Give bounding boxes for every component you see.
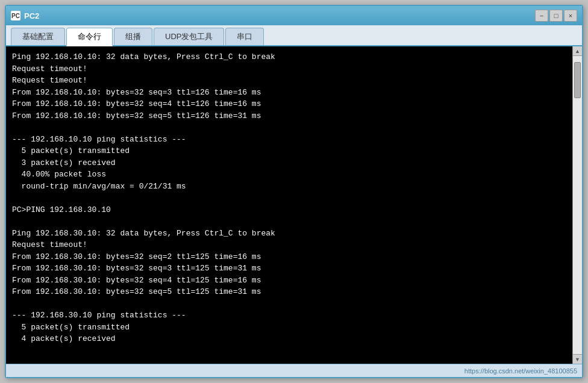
scrollbar-thumb[interactable] <box>574 62 581 98</box>
tabs-bar: 基础配置 命令行 组播 UDP发包工具 串口 <box>6 25 582 46</box>
scrollbar-track[interactable] <box>573 56 582 354</box>
scrollbar-down-button[interactable]: ▼ <box>573 354 582 364</box>
tab-command-line[interactable]: 命令行 <box>66 28 113 46</box>
main-window: PC PC2 − □ × 基础配置 命令行 组播 UDP发包工具 串口 Ping… <box>5 5 583 378</box>
window-icon: PC <box>11 11 20 20</box>
maximize-button[interactable]: □ <box>549 10 563 22</box>
content-area: Ping 192.168.10.10: 32 data bytes, Press… <box>6 46 582 364</box>
scrollbar-up-button[interactable]: ▲ <box>573 46 582 56</box>
tab-udp-tool[interactable]: UDP发包工具 <box>154 28 224 45</box>
terminal-output[interactable]: Ping 192.168.10.10: 32 data bytes, Press… <box>6 46 572 364</box>
tab-multicast[interactable]: 组播 <box>114 28 152 45</box>
scrollbar[interactable]: ▲ ▼ <box>572 46 582 364</box>
title-bar: PC PC2 − □ × <box>6 6 582 25</box>
tab-serial[interactable]: 串口 <box>225 28 264 45</box>
window-title: PC2 <box>24 11 39 20</box>
minimize-button[interactable]: − <box>535 10 548 22</box>
status-text: https://blog.csdn.net/weixin_48100855 <box>464 367 577 375</box>
status-bar: https://blog.csdn.net/weixin_48100855 <box>6 364 582 377</box>
title-bar-left: PC PC2 <box>11 11 39 20</box>
close-button[interactable]: × <box>564 10 577 22</box>
title-bar-controls: − □ × <box>535 10 577 22</box>
tab-basic-config[interactable]: 基础配置 <box>11 28 65 45</box>
